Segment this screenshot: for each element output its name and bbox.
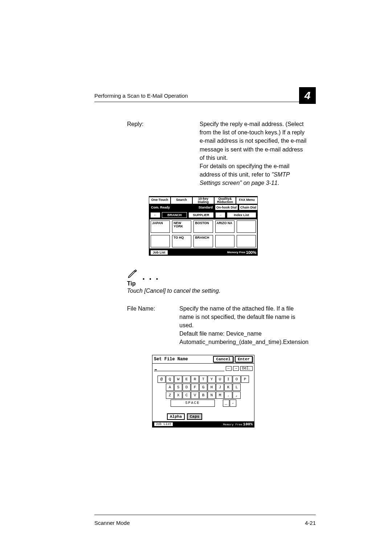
onetouch-arizona[interactable]: ARIZO NA [215, 220, 234, 233]
cancel-button[interactable]: Cancel [213, 356, 233, 362]
branch-tab[interactable]: BRANCH [162, 212, 187, 218]
key-m[interactable]: M [216, 392, 224, 399]
filename-body: Specify the name of the attached file. I… [179, 304, 312, 347]
onetouch-japan[interactable]: JAPAN [151, 220, 170, 233]
enter-button[interactable]: Enter [235, 356, 253, 362]
arrow-left-icon[interactable]: ← [150, 212, 160, 218]
key-l[interactable]: L [233, 384, 241, 391]
memory-free-value: 100% [246, 250, 256, 255]
cursor-right-icon[interactable]: → [233, 366, 239, 371]
filename-keyboard-panel: Set File Name Cancel Enter ← → Del. @ Q … [152, 355, 254, 428]
key-s[interactable]: S [174, 384, 182, 391]
key-k[interactable]: K [224, 384, 232, 391]
key-n[interactable]: N [208, 392, 216, 399]
chaindial-seg[interactable]: Chain Dial [239, 204, 258, 210]
key-i[interactable]: I [224, 376, 232, 383]
com-ready-status: Com. Ready [149, 204, 172, 211]
key-a[interactable]: A [166, 384, 174, 391]
onhook-seg[interactable]: On-hook Dial [215, 204, 238, 210]
key-g[interactable]: G [199, 384, 207, 391]
tip-block: . . . Tip Touch [Cancel] to cancel the s… [127, 268, 312, 294]
key-f[interactable]: F [191, 384, 199, 391]
job-list-button[interactable]: Job List [150, 250, 168, 255]
filename-text-1: Specify the name of the attached file. I… [179, 305, 295, 328]
key-underscore[interactable]: _ [223, 400, 229, 407]
key-at[interactable]: @ [158, 376, 166, 383]
filename-input[interactable] [154, 366, 224, 371]
standard-seg[interactable]: Standard [197, 204, 214, 210]
tab-one-touch[interactable]: One-Touch [149, 197, 171, 204]
tab-quality[interactable]: Quality& Reduction [214, 197, 236, 204]
onetouch-branch[interactable]: BRANCH [193, 235, 213, 247]
running-head: Performing a Scan to E-Mail Operation [94, 93, 188, 99]
onetouch-tohq[interactable]: TO HQ [172, 235, 191, 247]
alpha-button[interactable]: Alpha [167, 413, 185, 420]
tab-10key[interactable]: 10-key Dialing [192, 197, 214, 204]
delete-button[interactable]: Del. [240, 366, 253, 371]
reply-text-2b: . [278, 180, 279, 186]
key-y[interactable]: Y [208, 376, 216, 383]
key-comma[interactable]: , [233, 392, 241, 399]
key-b[interactable]: B [199, 392, 207, 399]
key-q[interactable]: Q [166, 376, 174, 383]
key-w[interactable]: W [174, 376, 182, 383]
cursor-left-icon[interactable]: ← [226, 366, 232, 371]
key-period[interactable]: . [224, 392, 232, 399]
key-r[interactable]: R [191, 376, 199, 383]
tab-search[interactable]: Search [171, 197, 192, 204]
key-o[interactable]: O [233, 376, 241, 383]
onetouch-newyork[interactable]: NEW YORK [172, 220, 191, 233]
memory-free-label: Memory Free [227, 251, 245, 254]
key-j[interactable]: J [216, 384, 224, 391]
tab-faxmenu[interactable]: FAX Menu [236, 197, 258, 204]
tip-text: Touch [Cancel] to cancel the setting. [127, 288, 312, 294]
supplier-tab[interactable]: SUPPLIER [188, 212, 213, 218]
key-e[interactable]: E [183, 376, 191, 383]
key-z[interactable]: Z [166, 392, 174, 399]
memory-free-label-2: Memory Free [223, 423, 242, 426]
key-p[interactable]: P [241, 376, 249, 383]
memory-free-value-2: 100% [243, 422, 253, 426]
key-h[interactable]: H [208, 384, 216, 391]
key-space[interactable]: SPACE [171, 400, 215, 407]
filename-term: File Name: [94, 304, 179, 347]
reply-row: Reply: Specify the reply e-mail address.… [94, 120, 312, 187]
onetouch-empty-1[interactable] [237, 220, 256, 233]
onetouch-boston[interactable]: BOSTON [193, 220, 213, 233]
onetouch-empty-4[interactable] [237, 235, 256, 247]
pencil-icon [127, 268, 138, 279]
set-file-name-title: Set File Name [154, 357, 212, 362]
header-rule [94, 102, 312, 102]
footer-mode: Scanner Mode [94, 520, 130, 526]
filename-row: File Name: Specify the name of the attac… [94, 304, 312, 347]
onetouch-empty-3[interactable] [215, 235, 234, 247]
arrow-right-icon[interactable]: → [215, 212, 225, 218]
tip-dots: . . . [142, 274, 159, 279]
key-c[interactable]: C [183, 392, 191, 399]
caps-button[interactable]: Caps [187, 413, 202, 420]
key-v[interactable]: V [191, 392, 199, 399]
key-u[interactable]: U [216, 376, 224, 383]
key-x[interactable]: X [174, 392, 182, 399]
onetouch-empty-2[interactable] [151, 235, 170, 247]
reply-term: Reply: [94, 120, 200, 187]
job-list-button-2[interactable]: Job List [154, 422, 173, 426]
reply-text-1: Specify the reply e-mail address. (Selec… [200, 121, 306, 161]
key-d[interactable]: D [183, 384, 191, 391]
footer-rule [94, 515, 316, 515]
key-dash[interactable]: - [230, 400, 236, 407]
index-list-button[interactable]: Index List [227, 212, 256, 218]
reply-body: Specify the reply e-mail address. (Selec… [200, 120, 312, 187]
key-t[interactable]: T [199, 376, 207, 383]
filename-text-2: Default file name: Device_name Automatic… [179, 331, 309, 345]
footer-page: 4-21 [305, 520, 316, 526]
one-touch-panel: One-Touch Search 10-key Dialing Quality&… [149, 196, 258, 256]
